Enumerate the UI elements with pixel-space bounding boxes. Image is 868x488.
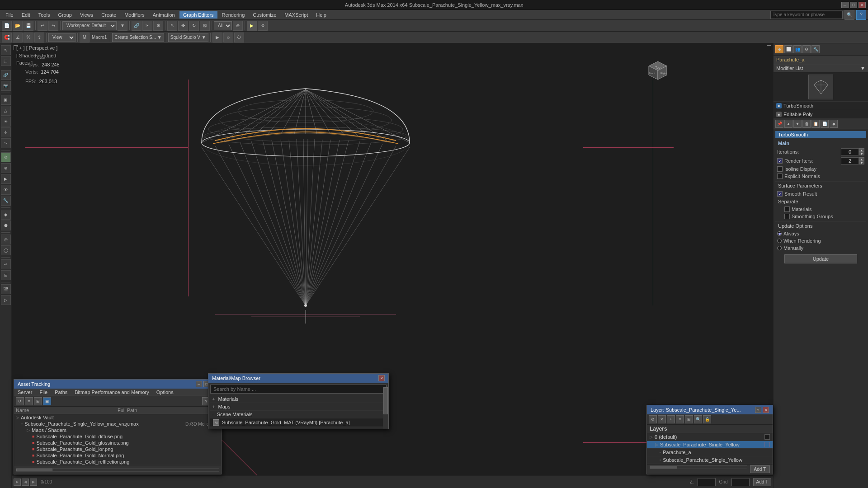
quick-render-tool[interactable]: ▷ <box>1 295 11 305</box>
rp-icon-2[interactable]: ⬜ <box>784 45 793 53</box>
layer-parachute-a-row[interactable]: ◦ Parachute_a <box>647 449 773 456</box>
layers-add-time-btn[interactable]: Add T <box>750 465 770 473</box>
render-iters-down-btn[interactable]: ▼ <box>859 161 864 164</box>
rp-icon-1[interactable]: ◆ <box>775 45 783 53</box>
layer-subscale-visibility[interactable] <box>764 442 770 447</box>
menu-views[interactable]: Views <box>76 11 97 19</box>
render-scene-tool[interactable]: 🎬 <box>1 284 11 294</box>
hierarchy-tool[interactable]: ⊕ <box>1 163 11 173</box>
asset-normal-row[interactable]: ■ Subscale_Parachute_Gold_Normal.png <box>14 452 221 459</box>
mod-delete-btn[interactable]: 🗑 <box>802 120 811 128</box>
when-rendering-radio[interactable] <box>777 239 782 243</box>
mat-item-gold[interactable]: M Subscale_Parachute_Gold_MAT (VRayMtl) … <box>210 418 387 427</box>
camera-tool[interactable]: 📷 <box>1 81 11 91</box>
menu-modifiers[interactable]: Modifiers <box>121 11 148 19</box>
materials-checkbox[interactable] <box>784 206 790 212</box>
asset-menu-options[interactable]: Options <box>153 389 177 396</box>
create-material-tool[interactable]: ◆ <box>1 210 11 220</box>
angle-snap[interactable]: ∠ <box>13 33 23 42</box>
workspace-settings[interactable]: ▼ <box>118 21 127 31</box>
motion-tool[interactable]: ▶ <box>1 174 11 184</box>
scene-materials-section[interactable]: - Scene Materials <box>210 411 387 418</box>
asset-menu-bitmap[interactable]: Bitmap Performance and Memory <box>71 389 152 396</box>
helper-tool[interactable]: ✛ <box>1 127 11 137</box>
space-warp-tool[interactable]: 〜 <box>1 138 11 148</box>
mirror-tool[interactable]: ⇔ <box>1 259 11 269</box>
layers-delete-btn[interactable]: ✕ <box>658 415 666 423</box>
link-tool[interactable]: 🔗 <box>1 70 11 80</box>
asset-menu-server[interactable]: Server <box>14 389 36 396</box>
update-button[interactable]: Update <box>784 254 857 263</box>
asset-reflection-row[interactable]: ■ Subscale_Parachute_Gold_refflection.pn… <box>14 459 221 465</box>
asset-scroll-thumb[interactable] <box>16 469 52 471</box>
rp-icon-5[interactable]: 🔧 <box>811 45 820 53</box>
layers-scroll-thumb[interactable] <box>650 466 677 469</box>
layer-default-row[interactable]: ▷ 0 (default) <box>647 433 773 441</box>
spinner-snap[interactable]: ⇕ <box>34 33 44 42</box>
new-btn[interactable]: 📄 <box>2 21 12 31</box>
material-browser-close[interactable]: ✕ <box>378 375 385 381</box>
shape-tool[interactable]: △ <box>1 106 11 116</box>
open-btn[interactable]: 📂 <box>13 21 23 31</box>
save-btn[interactable]: 💾 <box>24 21 33 31</box>
prev-frame-btn[interactable]: ◀ <box>22 479 29 486</box>
smooth-result-checkbox[interactable]: ✓ <box>777 191 783 197</box>
asset-table-btn[interactable]: ▣ <box>43 397 51 405</box>
menu-create[interactable]: Create <box>98 11 120 19</box>
add-time-btn[interactable]: Add T <box>753 478 772 486</box>
light-tool[interactable]: ☀ <box>1 117 11 127</box>
menu-edit[interactable]: Edit <box>18 11 34 19</box>
hide-selection[interactable]: ◯ <box>1 245 11 255</box>
layers-filter-btn[interactable]: 🔍 <box>694 415 702 423</box>
layer-subscale-yellow-row[interactable]: ▷ Subscale_Parachute_Single_Yellow <box>647 441 773 449</box>
select-btn[interactable]: ↖ <box>167 21 177 31</box>
menu-rendering[interactable]: Rendering <box>218 11 249 19</box>
play-anim-btn[interactable]: ▶ <box>212 33 222 42</box>
maps-section[interactable]: + Maps <box>210 403 387 411</box>
rp-icon-4[interactable]: ⚙ <box>802 45 811 53</box>
bind-btn[interactable]: ⚙ <box>153 21 163 31</box>
asset-vault-row[interactable]: ▷ Autodesk Vault <box>14 414 221 421</box>
unlink-btn[interactable]: ✂ <box>142 21 152 31</box>
smoothing-groups-checkbox[interactable] <box>784 214 790 219</box>
explicit-normals-checkbox[interactable] <box>777 174 783 179</box>
render-btn[interactable]: ▶ <box>247 21 257 31</box>
materials-section[interactable]: + Materials <box>210 395 387 403</box>
layers-help-btn[interactable]: ? <box>755 407 761 413</box>
play-btn[interactable]: ▶ <box>14 479 21 486</box>
layers-add-btn[interactable]: + <box>667 415 675 423</box>
asset-list-btn[interactable]: ≡ <box>25 397 33 405</box>
modifier-list-dropdown-arrow[interactable]: ▼ <box>860 66 865 71</box>
menu-group[interactable]: Group <box>54 11 75 19</box>
layers-expand-btn[interactable]: ⊞ <box>685 415 693 423</box>
render-iters-input[interactable] <box>841 157 859 164</box>
iterations-up-btn[interactable]: ▲ <box>859 148 864 152</box>
menu-file[interactable]: File <box>2 11 17 19</box>
layers-lock-btn[interactable]: 🔒 <box>703 415 711 423</box>
material-browser-scrollbar[interactable] <box>383 387 388 429</box>
geometry-tool[interactable]: ▣ <box>1 95 11 105</box>
material-browser-scroll-thumb[interactable] <box>383 387 388 414</box>
asset-menu-paths[interactable]: Paths <box>51 389 71 396</box>
undo-btn[interactable]: ↩ <box>38 21 47 31</box>
snap-toggle[interactable]: 🧲 <box>2 33 12 42</box>
mod-copy-btn[interactable]: 📋 <box>811 120 820 128</box>
help-icon[interactable]: ? <box>856 10 866 20</box>
render-iters-checkbox[interactable]: ✓ <box>777 158 783 164</box>
mod-down-btn[interactable]: ▼ <box>793 120 802 128</box>
modifier-editablepoly[interactable]: ■ Editable Poly <box>774 110 868 119</box>
z-input[interactable] <box>698 478 716 486</box>
layers-scrollbar[interactable] <box>650 465 747 469</box>
mod-up-btn[interactable]: ▲ <box>784 120 793 128</box>
material-search-input[interactable] <box>210 385 387 394</box>
utilities-tool[interactable]: 🔧 <box>1 196 11 206</box>
time-config-btn[interactable]: ⏱ <box>234 33 244 42</box>
rotate-btn[interactable]: ↻ <box>189 21 199 31</box>
select-by-material[interactable]: ⬟ <box>1 221 11 230</box>
asset-menu-file[interactable]: File <box>36 389 51 396</box>
move-btn[interactable]: ✥ <box>178 21 188 31</box>
redo-btn[interactable]: ↪ <box>48 21 58 31</box>
render-iters-up-btn[interactable]: ▲ <box>859 157 864 161</box>
asset-detail-btn[interactable]: ⊞ <box>34 397 42 405</box>
menu-help[interactable]: Help <box>312 11 330 19</box>
